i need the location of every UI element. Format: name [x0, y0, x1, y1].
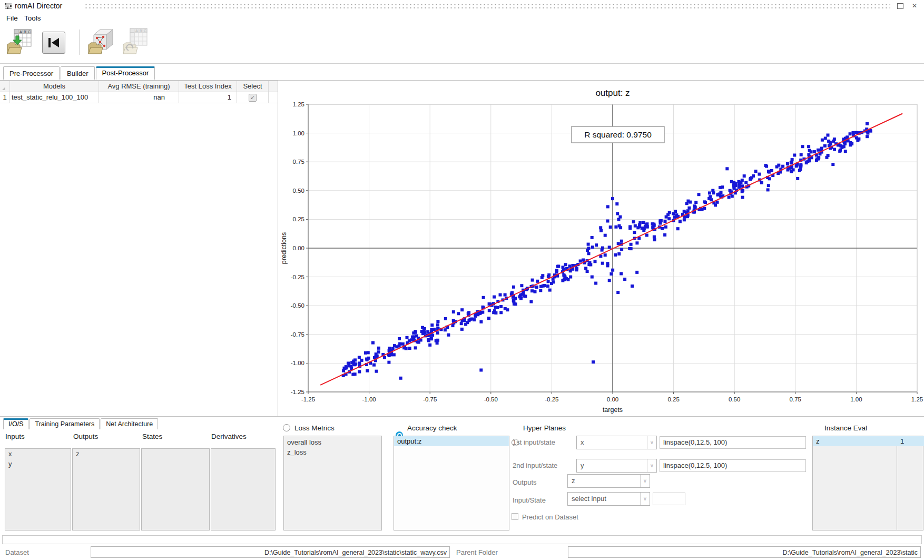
load-model-button[interactable] — [87, 27, 115, 55]
scatter-point — [760, 181, 763, 184]
tab-post-processor[interactable]: Post-Processor — [96, 66, 155, 80]
instance-name-cell[interactable]: z — [813, 436, 900, 446]
chevron-down-icon[interactable]: ∨ — [647, 436, 656, 449]
export-dataset-button[interactable]: ABC — [121, 27, 149, 55]
maximize-button[interactable] — [896, 2, 905, 11]
tab-builder[interactable]: Builder — [61, 66, 94, 80]
scatter-point — [444, 317, 447, 320]
scatter-point — [633, 231, 636, 234]
scatter-point — [534, 290, 537, 293]
instance-value-cell[interactable]: 1 — [897, 436, 924, 446]
states-list[interactable] — [141, 448, 210, 530]
scatter-point — [630, 243, 633, 246]
col-avg-rmse[interactable]: Avg RMSE (training) — [99, 81, 179, 92]
scatter-point — [401, 342, 405, 346]
list-item[interactable]: x — [5, 449, 71, 459]
list-item[interactable]: z — [73, 449, 140, 459]
tab-pre-processor[interactable]: Pre-Processor — [3, 66, 60, 80]
parent-folder-path-field[interactable]: D:\Guide_Tutorials\romAI_general_2023\st… — [568, 546, 921, 558]
first-input-combo[interactable]: x ∨ — [576, 436, 657, 449]
chevron-down-icon[interactable]: ∨ — [647, 459, 656, 472]
corner-cell[interactable] — [0, 81, 10, 92]
scatter-point — [608, 245, 611, 249]
scatter-point — [854, 131, 858, 134]
dataset-path-field[interactable]: D:\Guide_Tutorials\romAI_general_2023\st… — [91, 546, 450, 558]
col-test-loss-index[interactable]: Test Loss Index — [179, 81, 237, 92]
tab-ios[interactable]: I/O/S — [3, 418, 28, 429]
model-name-cell[interactable]: test_static_relu_100_100 — [10, 92, 99, 103]
select-checkbox[interactable]: ✓ — [249, 94, 257, 102]
scatter-point — [353, 372, 357, 376]
instance-eval-list[interactable]: z 1 — [812, 436, 923, 530]
x-tick-label: 0.00 — [607, 396, 618, 402]
scatter-point — [610, 272, 613, 276]
reset-button[interactable] — [42, 32, 65, 54]
list-item[interactable]: z_loss — [284, 447, 381, 457]
y-tick-label: -1.25 — [291, 389, 304, 395]
list-item[interactable]: y — [5, 459, 71, 469]
svg-text:C: C — [28, 30, 31, 34]
loss-metrics-radio[interactable] — [283, 424, 290, 431]
tab-net-architecture[interactable]: Net Architecture — [101, 418, 158, 429]
x-tick-label: 1.00 — [850, 396, 862, 402]
toolbar-separator — [79, 30, 80, 55]
scatter-point — [817, 149, 820, 152]
second-input-combo[interactable]: y ∨ — [576, 459, 657, 473]
scatter-point — [387, 361, 390, 364]
outputs-list[interactable]: z — [72, 448, 140, 530]
inputs-list[interactable]: x y — [5, 448, 71, 530]
import-dataset-button[interactable]: ABC — [6, 28, 33, 55]
accuracy-check-list[interactable]: output:z — [394, 436, 509, 530]
scatter-point — [546, 284, 549, 288]
first-range-input[interactable]: linspace(0,12.5, 100) — [660, 436, 806, 449]
predict-on-dataset-checkbox[interactable] — [512, 513, 518, 520]
outputs-combo[interactable]: z ∨ — [567, 474, 650, 488]
list-item-selected[interactable]: output:z — [394, 436, 509, 446]
chevron-down-icon[interactable]: ∨ — [640, 493, 650, 505]
first-input-label: 1st input/state — [513, 438, 555, 446]
scatter-point — [653, 238, 656, 241]
scatter-point — [805, 161, 808, 164]
chevron-down-icon[interactable]: ∨ — [640, 475, 650, 487]
scatter-point — [575, 268, 578, 271]
loss-metrics-list[interactable]: overall loss z_loss — [283, 436, 382, 530]
scatter-point — [487, 317, 490, 320]
list-item[interactable]: overall loss — [284, 436, 381, 447]
menu-tools[interactable]: Tools — [22, 13, 43, 23]
svg-text:B: B — [24, 30, 26, 34]
column-divider — [897, 436, 897, 530]
table-row[interactable]: 1 test_static_relu_100_100 nan 1 ✓ — [0, 92, 278, 103]
scatter-point — [616, 291, 620, 294]
menu-file[interactable]: File — [4, 13, 20, 23]
derivatives-label: Derivatives — [211, 433, 247, 440]
scatter-point — [599, 229, 603, 232]
dataset-label: Dataset — [5, 548, 29, 556]
scatter-point — [611, 197, 614, 200]
scatter-point — [686, 200, 690, 203]
scatter-point — [405, 347, 408, 350]
second-range-input[interactable]: linspace(0,12.5, 100) — [660, 459, 806, 472]
col-models[interactable]: Models — [10, 81, 99, 92]
scatter-point — [414, 346, 417, 349]
scatter-point — [367, 351, 370, 354]
status-strip — [2, 535, 922, 544]
scatter-point — [829, 141, 832, 144]
col-select[interactable]: Select — [237, 81, 269, 92]
scatter-point — [620, 272, 623, 276]
derivatives-list[interactable] — [211, 448, 276, 530]
tab-training-parameters[interactable]: Training Parameters — [30, 418, 100, 429]
scatter-point — [790, 161, 793, 164]
input-state-value-field[interactable] — [653, 493, 685, 505]
scatter-point — [808, 149, 811, 152]
y-tick-label: 0.50 — [293, 188, 304, 194]
scatter-point — [547, 280, 550, 283]
scatter-point — [728, 196, 731, 199]
scatter-point — [427, 339, 430, 342]
input-state-combo[interactable]: select input ∨ — [567, 492, 650, 506]
scatter-point — [601, 247, 604, 250]
scatter-point — [775, 165, 779, 169]
close-button[interactable]: ✕ — [910, 2, 919, 11]
scatter-point — [796, 177, 799, 180]
scatter-point — [358, 370, 361, 374]
y-tick-label: 1.00 — [293, 130, 304, 136]
